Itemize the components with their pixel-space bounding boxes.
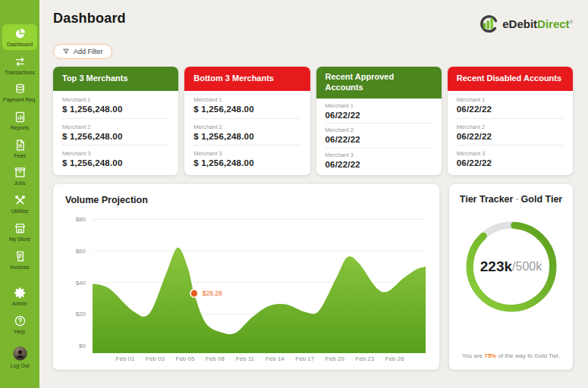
add-filter-label: Add Filter [74,48,103,55]
x-axis-tick-label: Feb 08 [206,355,225,362]
sidebar-item-reports[interactable]: Reports [2,108,37,133]
merchant-row-label: Merchant 2 [193,124,300,130]
x-axis-tick-label: Feb 14 [266,355,285,362]
x-axis-tick-label: Feb 03 [146,355,165,362]
jobs-box-icon [14,166,27,179]
x-axis-tick-label: Feb 23 [355,355,374,362]
merchant-row-label: Merchant 1 [325,102,432,109]
card-body: Merchant 106/22/22Merchant 206/22/22Merc… [448,91,573,175]
merchant-row-label: Merchant 3 [457,150,564,157]
chart-plot: $26.28 [93,211,426,353]
page-title: Dashboard [53,11,126,27]
merchant-row: Merchant 106/22/22 [457,92,564,118]
avatar [12,346,28,361]
coins-icon [14,83,27,95]
merchant-row: Merchant 1$ 1,256,248.00 [193,92,300,118]
merchant-row-value: 06/22/22 [457,132,564,141]
summary-card: Bottom 3 MerchantsMerchant 1$ 1,256,248.… [184,67,310,175]
card-title: Recent Approved Accounts [316,67,442,99]
tier-progress-message: You are 75% of the way to Gold Tier. [462,352,561,362]
sidebar-item-admin[interactable]: Admin [2,283,37,309]
sidebar-item-label: Fees [14,153,26,159]
merchant-row-label: Merchant 2 [62,124,169,130]
sidebar-item-help[interactable]: Help [2,311,37,337]
y-axis-tick-label: $40 [76,279,86,286]
sidebar-item-label: My Store [9,236,30,242]
sidebar-item-dashboard[interactable]: Dashboard [2,24,37,50]
pie-chart-icon [14,27,27,40]
sidebar-nav: DashboardTransactionsPayment Req.Reports… [0,24,39,274]
card-title: Bottom 3 Merchants [184,67,310,91]
x-axis-tick-label: Feb 11 [236,355,254,362]
tier-current-value: 223k [480,258,512,275]
gear-icon [14,286,27,299]
add-filter-button[interactable]: Add Filter [53,44,112,59]
filter-funnel-icon [62,48,70,55]
chart-area: $80$60$40$20$0 $26.28 [65,211,426,353]
card-body: Merchant 1$ 1,256,248.00Merchant 2$ 1,25… [53,91,178,175]
sidebar-item-invoices[interactable]: Invoices [2,247,37,273]
tier-tracker-title: Tier Tracker-Gold Tier [460,194,562,205]
tier-goal-value: /500k [512,260,542,274]
brand-name: eDebitDirect® [502,17,573,30]
merchant-row: Merchant 306/22/22 [325,148,432,173]
merchant-row: Merchant 2$ 1,256,248.00 [193,118,300,146]
merchant-row-label: Merchant 3 [325,152,432,158]
merchant-row-value: $ 1,256,248.00 [193,132,300,141]
help-circle-icon [14,314,27,327]
sidebar-item-label: Log Out [11,363,30,369]
merchant-row: Merchant 3$ 1,256,248.00 [62,145,169,172]
merchant-row-label: Merchant 2 [457,124,564,130]
y-axis-tick-label: $0 [79,342,86,349]
merchant-row-label: Merchant 3 [193,150,300,157]
merchant-row-label: Merchant 1 [193,96,300,103]
chart-title: Volume Projection [65,195,426,205]
card-body: Merchant 1$ 1,256,248.00Merchant 2$ 1,25… [184,91,310,175]
bottom-panels-row: Volume Projection $80$60$40$20$0 $26.28 … [53,184,573,370]
y-axis-tick-label: $80 [76,216,86,223]
invoice-receipt-icon [14,250,27,263]
sidebar-item-label: Invoices [10,264,30,271]
card-title: Top 3 Merchants [53,67,178,91]
sidebar-item-payment-req[interactable]: Payment Req. [2,80,37,105]
tier-progress-ring: 223k/500k [462,217,561,316]
merchant-row-value: 06/22/22 [457,158,564,167]
tier-message-suffix: of the way to Gold Tier. [496,352,560,359]
y-axis: $80$60$40$20$0 [65,211,93,353]
ring-center-value: 223k/500k [462,217,561,316]
sidebar-item-my-store[interactable]: My Store [2,219,37,245]
merchant-row-value: 06/22/22 [325,135,432,144]
tier-name: Gold Tier [521,194,563,205]
sidebar-item-label: Help [14,329,25,335]
sidebar-item-transactions[interactable]: Transactions [2,52,37,78]
x-axis-tick-label: Feb 01 [116,355,135,362]
tier-message-percent: 75% [484,352,496,359]
volume-projection-chart: $26.28 [93,211,426,353]
volume-area-series [93,248,426,353]
merchant-row: Merchant 306/22/22 [457,145,564,172]
data-point-marker[interactable] [190,289,198,297]
brand-name-part2: Direct [537,17,570,30]
brand-logo: eDebitDirect® [476,12,573,35]
summary-card: Recent Approved AccountsMerchant 106/22/… [316,67,442,175]
merchant-row: Merchant 206/22/22 [325,123,432,148]
sidebar-item-log-out[interactable]: Log Out [2,343,37,371]
sidebar-item-utilities[interactable]: Utilities [2,191,37,217]
sidebar-item-label: Utilities [11,208,29,214]
sidebar-footer-nav: AdminHelp [0,283,39,339]
sidebar-item-label: Payment Req. [3,97,36,103]
bar-chart-logo-icon [476,12,499,35]
merchant-row-label: Merchant 3 [62,150,169,157]
tier-tracker-title-text: Tier Tracker [460,194,514,205]
merchant-row-value: $ 1,256,248.00 [62,132,169,141]
x-axis-tick-label: Feb 20 [325,355,344,362]
sidebar: DashboardTransactionsPayment Req.Reports… [0,0,39,388]
sidebar-item-jobs[interactable]: Jobs [2,163,37,189]
merchant-row: Merchant 2$ 1,256,248.00 [62,118,169,146]
sidebar-item-fees[interactable]: Fees [2,136,37,161]
merchant-row: Merchant 3$ 1,256,248.00 [193,145,300,172]
transfer-arrows-icon [14,55,27,68]
tier-message-prefix: You are [462,352,485,359]
card-body: Merchant 106/22/22Merchant 206/22/22Merc… [316,99,442,176]
merchant-row-value: 06/22/22 [325,160,432,169]
